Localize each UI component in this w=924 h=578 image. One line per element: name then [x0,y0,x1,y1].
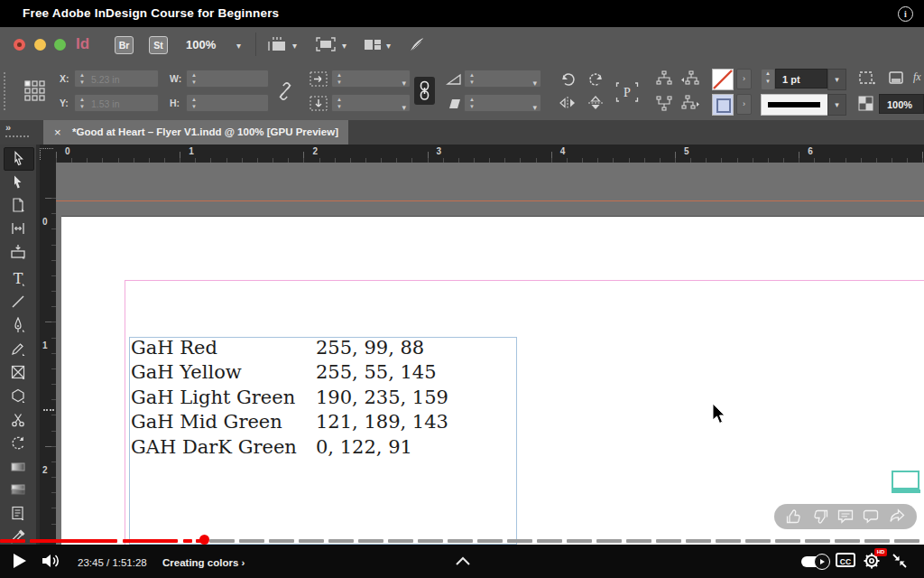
scale-x-chevron-icon[interactable]: ▾ [402,74,406,92]
gap-tool[interactable] [4,218,32,239]
pen-tool[interactable] [4,314,32,336]
flip-horizontal-icon[interactable] [558,95,578,111]
panel-expand-icon[interactable]: » [5,122,11,133]
progress-remaining-segment[interactable] [835,539,860,543]
shape-tool[interactable] [4,385,32,406]
w-input[interactable]: ▲▼ [186,70,269,88]
y-stepper[interactable]: ▲▼ [78,96,87,110]
progress-remaining-segment[interactable] [567,539,592,543]
h-input[interactable]: ▲▼ [186,94,269,112]
progress-played-segment[interactable] [123,539,178,543]
select-container-button[interactable]: P [615,81,639,103]
scale-y-input[interactable]: ▲▼ ▾ [331,94,411,112]
scale-y-stepper[interactable]: ▲▼ [335,96,344,110]
link-scale-button[interactable] [414,77,435,105]
progress-remaining-segment[interactable] [864,539,890,543]
share-quill-icon[interactable] [408,36,428,54]
rotate-clockwise-icon[interactable] [559,70,578,87]
close-window-button[interactable] [14,39,25,51]
autoplay-toggle[interactable] [801,556,828,567]
captions-button[interactable]: CC [836,553,855,567]
arrange-documents-chevron-icon[interactable]: ▾ [386,41,391,51]
vertical-ruler[interactable]: 012 [40,163,56,545]
info-icon[interactable]: i [898,6,913,22]
progress-remaining-segment[interactable] [299,539,324,543]
x-stepper[interactable]: ▲▼ [78,71,87,86]
shear-stepper[interactable]: ▲▼ [467,96,476,110]
progress-remaining-segment[interactable] [686,539,711,543]
tab-close-icon[interactable]: × [54,126,61,139]
view-options-icon[interactable] [267,36,287,52]
page-tool[interactable] [4,194,32,216]
chat-button[interactable] [862,508,880,526]
progress-remaining-segment[interactable] [596,539,622,543]
constrain-proportions-broken-chain-icon[interactable] [276,81,294,101]
bridge-button[interactable]: Br [115,36,134,54]
stroke-weight-value[interactable]: 1 pt [775,69,827,89]
effects-fx-label[interactable]: fx [913,70,921,84]
progress-remaining-segment[interactable] [477,539,503,543]
view-options-chevron-icon[interactable]: ▾ [292,41,297,51]
line-tool[interactable] [4,291,32,312]
progress-played-segment[interactable] [30,539,117,543]
panel-grip[interactable] [4,72,8,110]
progress-remaining-segment[interactable] [626,539,651,543]
opacity-input[interactable]: 100% [879,94,924,114]
horizontal-ruler[interactable]: 0123456 [56,144,924,163]
free-transform-tool[interactable] [4,433,32,454]
volume-icon[interactable] [42,553,63,569]
panel-grip-dots[interactable] [5,135,29,141]
share-button[interactable] [888,508,906,526]
stroke-weight-stepper[interactable]: ▲▼ [761,69,775,90]
zoom-level-chevron-icon[interactable]: ▾ [236,41,241,51]
chapter-button[interactable]: Creating colors › [162,557,245,568]
selection-tool[interactable] [4,147,34,171]
arrange-documents-icon[interactable] [363,36,383,52]
gradient-feather-tool[interactable] [4,479,32,500]
scissors-tool[interactable] [4,409,32,431]
progress-remaining-segment[interactable] [209,539,235,543]
progress-remaining-segment[interactable] [775,539,800,543]
stock-button[interactable]: St [149,36,168,54]
fill-swatch-none[interactable] [712,69,734,90]
progress-remaining-segment[interactable] [388,539,413,543]
scale-x-input[interactable]: ▲▼ ▾ [331,70,411,88]
stroke-style-preview[interactable] [761,94,829,116]
zoom-level-value[interactable]: 100% [186,38,216,51]
relink-right-icon[interactable] [680,95,700,111]
progress-remaining-segment[interactable] [269,539,294,543]
stroke-style-chevron-icon[interactable]: ▾ [827,94,846,116]
playhead-dot[interactable] [199,535,209,545]
progress-remaining-segment[interactable] [537,539,562,543]
w-stepper[interactable]: ▲▼ [189,71,199,86]
corner-options-icon[interactable] [858,70,876,86]
progress-remaining-segment[interactable] [656,539,681,543]
h-stepper[interactable]: ▲▼ [189,96,199,110]
fill-options-button[interactable]: › [736,69,752,89]
shear-angle-input[interactable]: ▲▼ ▾ [464,94,541,112]
zoom-window-button[interactable] [54,39,66,51]
document-canvas[interactable]: GaH Red255, 99, 88GaH Yellow255, 55, 145… [56,163,924,545]
relink-left-icon[interactable] [680,70,700,87]
type-tool[interactable]: T [4,267,32,289]
progress-remaining-segment[interactable] [716,539,741,543]
progress-played-segment[interactable] [183,539,192,543]
progress-remaining-segment[interactable] [358,539,383,543]
stroke-weight-chevron-icon[interactable]: ▾ [827,69,846,90]
progress-played-segment[interactable] [0,539,25,543]
rotate-counterclockwise-icon[interactable] [587,70,605,87]
flip-vertical-icon[interactable] [587,95,605,111]
progress-remaining-segment[interactable] [239,539,264,543]
rotation-stepper[interactable]: ▲▼ [467,71,476,86]
drop-shadow-icon[interactable] [888,70,904,86]
progress-remaining-segment[interactable] [328,539,354,543]
progress-remaining-segment[interactable] [745,539,771,543]
stroke-swatch[interactable] [712,94,734,116]
video-progress-bar[interactable] [0,539,924,544]
pencil-tool[interactable] [4,338,32,359]
rotation-chevron-icon[interactable]: ▾ [532,74,537,92]
frame-tool[interactable] [4,361,32,383]
progress-remaining-segment[interactable] [418,539,443,543]
progress-remaining-segment[interactable] [507,539,532,543]
screen-mode-chevron-icon[interactable]: ▾ [342,41,346,51]
